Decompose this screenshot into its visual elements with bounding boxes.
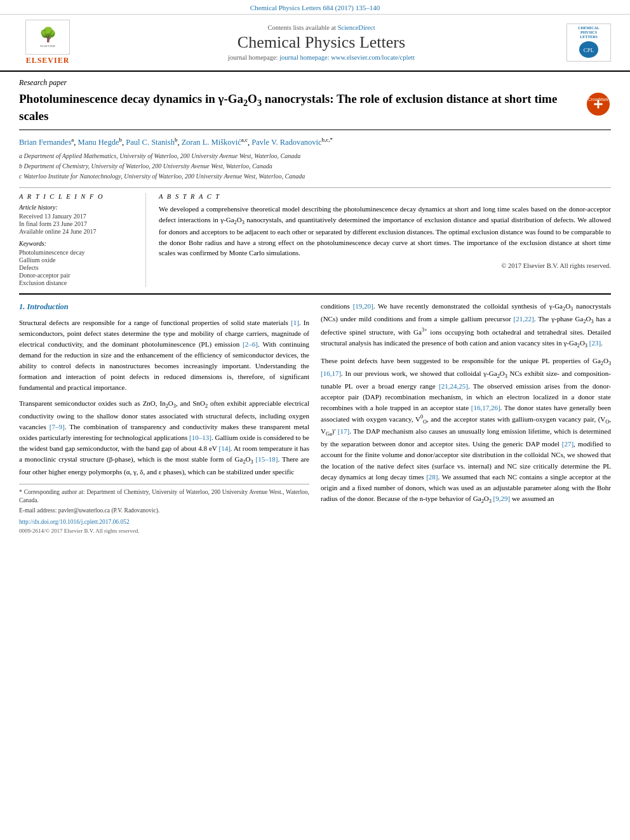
ref-16-17-26[interactable]: [16,17,26] bbox=[471, 404, 500, 411]
article-info-column: A R T I C L E I N F O Article history: R… bbox=[19, 193, 146, 287]
right-paragraph-1: conditions [19,20]. We have recently dem… bbox=[321, 301, 611, 350]
section-divider bbox=[19, 293, 611, 295]
footnote-corresponding: * Corresponding author at: Department of… bbox=[19, 488, 309, 505]
affiliations: a Department of Applied Mathematics, Uni… bbox=[19, 151, 611, 181]
journal-ref-text: Chemical Physics Letters 684 (2017) 135–… bbox=[250, 4, 380, 11]
and-conjunction: and bbox=[147, 468, 157, 476]
ref-14[interactable]: [14] bbox=[218, 444, 230, 452]
keyword-5: Exclusion distance bbox=[19, 279, 136, 286]
intro-paragraph-1: Structural defects are responsible for a… bbox=[19, 317, 309, 393]
body-left-column: 1. Introduction Structural defects are r… bbox=[19, 301, 309, 535]
keywords-label: Keywords: bbox=[19, 240, 136, 247]
elsevier-tree-icon: 🌳 ELSEVIER bbox=[25, 20, 70, 55]
footnote-area: * Corresponding author at: Department of… bbox=[19, 484, 309, 536]
ref-21-24-25[interactable]: [21,24,25] bbox=[439, 382, 468, 390]
author-stanish[interactable]: Paul C. Stanish bbox=[126, 138, 175, 147]
ref-21-22[interactable]: [21,22] bbox=[514, 315, 534, 323]
sciencedirect-link[interactable]: ScienceDirect bbox=[338, 24, 375, 31]
affiliation-c: c Waterloo Institute for Nanotechnology,… bbox=[19, 171, 611, 181]
journal-logo-box: CHEMICALPHYSICSLETTERS CPL bbox=[566, 23, 611, 62]
copyright-text: © 2017 Elsevier B.V. All rights reserved… bbox=[159, 262, 611, 269]
ref-27[interactable]: [27] bbox=[562, 440, 573, 448]
affiliation-b: b Department of Chemistry, University of… bbox=[19, 161, 611, 171]
journal-reference-bar: Chemical Physics Letters 684 (2017) 135–… bbox=[0, 0, 630, 14]
paper-type-label: Research paper bbox=[19, 78, 611, 88]
elsevier-logo: 🌳 ELSEVIER ELSEVIER bbox=[19, 20, 76, 65]
ref-10-13[interactable]: [10–13] bbox=[189, 434, 211, 441]
ref-28[interactable]: [28] bbox=[426, 473, 438, 481]
elsevier-brand-text: ELSEVIER bbox=[26, 56, 70, 65]
ref-17[interactable]: [17] bbox=[338, 427, 349, 435]
intro-section-title: 1. Introduction bbox=[19, 301, 309, 313]
paper-title-area: Photoluminescence decay dynamics in γ-Ga… bbox=[19, 91, 611, 130]
keyword-2: Gallium oxide bbox=[19, 257, 136, 263]
ref-16-17[interactable]: [16,17] bbox=[321, 370, 341, 377]
final-form-date: In final form 23 June 2017 bbox=[19, 220, 136, 227]
crossmark-badge[interactable]: CrossMark bbox=[586, 91, 611, 117]
article-history-label: Article history: bbox=[19, 204, 136, 211]
journal-header-center: Contents lists available at ScienceDirec… bbox=[76, 24, 566, 61]
author-miskovic[interactable]: Zoran L. Mišković bbox=[182, 138, 241, 147]
article-info-heading: A R T I C L E I N F O bbox=[19, 193, 136, 200]
authors-line: Brian Fernandesa, Manu Hegdeb, Paul C. S… bbox=[19, 135, 611, 149]
paper-title: Photoluminescence decay dynamics in γ-Ga… bbox=[19, 91, 586, 124]
journal-header: 🌳 ELSEVIER ELSEVIER Contents lists avail… bbox=[0, 14, 630, 72]
contents-available-text: Contents lists available at ScienceDirec… bbox=[89, 24, 554, 31]
author-hegde[interactable]: Manu Hegde bbox=[78, 138, 119, 147]
article-info-abstract-section: A R T I C L E I N F O Article history: R… bbox=[19, 187, 611, 287]
ref-19-20[interactable]: [19,20] bbox=[353, 302, 373, 310]
journal-logo-emblem: CPL bbox=[579, 41, 598, 58]
right-paragraph-2: These point defects have been suggested … bbox=[321, 356, 611, 506]
svg-text:CPL: CPL bbox=[584, 47, 594, 53]
issn-line: 0009-2614/© 2017 Elsevier B.V. All right… bbox=[19, 527, 309, 536]
body-columns: 1. Introduction Structural defects are r… bbox=[19, 301, 611, 535]
ref-23[interactable]: [23] bbox=[589, 339, 601, 347]
abstract-text: We developed a comprehensive theoretical… bbox=[159, 204, 611, 258]
ref-1[interactable]: [1] bbox=[291, 319, 299, 326]
available-online-date: Available online 24 June 2017 bbox=[19, 228, 136, 235]
ref-7-9[interactable]: [7–9] bbox=[50, 423, 65, 430]
journal-title: Chemical Physics Letters bbox=[89, 33, 554, 52]
received-date: Received 13 January 2017 bbox=[19, 213, 136, 220]
main-content: Research paper Photoluminescence decay d… bbox=[0, 72, 630, 545]
doi-line[interactable]: http://dx.doi.org/10.1016/j.cplett.2017.… bbox=[19, 517, 309, 527]
footnote-email: E-mail address: pavler@uwaterloo.ca (P.V… bbox=[19, 507, 309, 515]
author-fernandes[interactable]: Brian Fernandes bbox=[19, 138, 71, 147]
ref-15-18[interactable]: [15–18] bbox=[256, 455, 278, 463]
keyword-1: Photoluminescence decay bbox=[19, 249, 136, 256]
keyword-4: Donor-acceptor pair bbox=[19, 272, 136, 279]
abstract-heading: A B S T R A C T bbox=[159, 193, 611, 200]
body-right-column: conditions [19,20]. We have recently dem… bbox=[321, 301, 611, 535]
journal-homepage: journal homepage: journal homepage: www.… bbox=[89, 54, 554, 61]
intro-paragraph-2: Transparent semiconductor oxides such as… bbox=[19, 398, 309, 477]
affiliation-a: a Department of Applied Mathematics, Uni… bbox=[19, 151, 611, 161]
journal-logo-title: CHEMICALPHYSICSLETTERS bbox=[578, 26, 600, 40]
ref-9-29[interactable]: [9,29] bbox=[493, 495, 511, 502]
email-link[interactable]: pavler@uwaterloo.ca bbox=[58, 507, 110, 514]
abstract-column: A B S T R A C T We developed a comprehen… bbox=[159, 193, 611, 287]
ref-2-6[interactable]: [2–6] bbox=[243, 340, 258, 348]
keyword-3: Defects bbox=[19, 264, 136, 271]
author-radovanovic[interactable]: Pavle V. Radovanovic bbox=[251, 138, 321, 147]
